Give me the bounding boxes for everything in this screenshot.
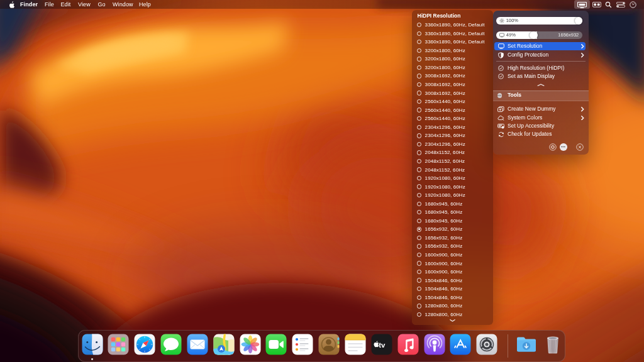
svg-text:tv: tv <box>379 341 386 349</box>
